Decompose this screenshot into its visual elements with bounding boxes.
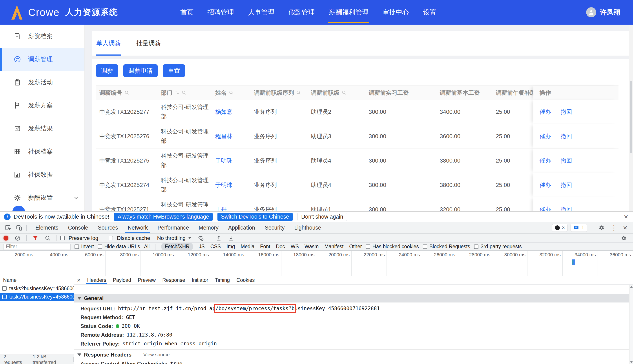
network-conditions-icon[interactable] <box>195 235 206 242</box>
inspect-element-icon[interactable] <box>3 224 14 231</box>
filter-type-font[interactable]: Font <box>260 244 270 250</box>
column-header-pre-level[interactable]: 调薪前职级 <box>307 86 365 100</box>
close-devtools-icon[interactable]: × <box>621 224 628 232</box>
filter-type-media[interactable]: Media <box>240 244 254 250</box>
tab-timing[interactable]: Timing <box>215 276 230 284</box>
filter-type-wasm[interactable]: Wasm <box>304 244 319 250</box>
preserve-log-checkbox[interactable] <box>60 236 65 240</box>
scroll-down-icon[interactable] <box>630 361 633 363</box>
network-filter-input[interactable] <box>4 244 71 250</box>
search-icon[interactable] <box>182 90 186 95</box>
tab-network[interactable]: Network <box>123 222 153 233</box>
sidebar-item-payroll-plan[interactable]: 发薪方案 <box>0 94 84 117</box>
has-blocked-cookies-checkbox[interactable] <box>366 244 370 249</box>
general-section-header[interactable]: General <box>74 294 633 302</box>
withdraw-link[interactable]: 撤回 <box>561 156 572 166</box>
match-language-button[interactable]: Always match HwBrowser's language <box>114 213 213 221</box>
filter-type-img[interactable]: Img <box>226 244 235 250</box>
third-party-requests-checkbox[interactable] <box>474 244 478 249</box>
employee-link[interactable]: 于明珠 <box>215 180 232 190</box>
filter-funnel-icon[interactable] <box>30 235 41 241</box>
filter-type-ws[interactable]: WS <box>291 244 299 250</box>
export-har-icon[interactable] <box>226 235 236 241</box>
close-details-icon[interactable]: × <box>77 277 81 284</box>
import-har-icon[interactable] <box>213 235 224 241</box>
urge-link[interactable]: 催办 <box>540 156 551 166</box>
sort-icon[interactable] <box>175 90 179 95</box>
adjust-button[interactable]: 调薪 <box>96 64 118 77</box>
tab-batch-adjust[interactable]: 批量调薪 <box>136 31 161 56</box>
adjust-apply-button[interactable]: 调薪申请 <box>123 64 158 77</box>
withdraw-link[interactable]: 撤回 <box>561 107 572 117</box>
scroll-up-icon[interactable] <box>630 286 633 288</box>
view-source-link[interactable]: View source <box>143 352 170 358</box>
request-checkbox[interactable] <box>2 294 7 299</box>
urge-link[interactable]: 催办 <box>540 205 551 211</box>
invert-checkbox[interactable] <box>75 244 79 249</box>
sidebar-item-salary-settings[interactable]: 薪酬设置 <box>0 186 84 209</box>
search-icon[interactable] <box>296 90 301 95</box>
kebab-menu-icon[interactable]: ⋮ <box>609 224 618 232</box>
scrollbar-thumb[interactable] <box>630 80 632 153</box>
column-header-pre-series[interactable]: 调薪前职级序列 <box>250 86 307 100</box>
search-network-icon[interactable] <box>43 235 53 241</box>
devtools-settings-gear-icon[interactable] <box>597 224 606 231</box>
console-errors-badge[interactable]: 3 <box>552 224 568 232</box>
throttling-dropdown[interactable]: No throttling <box>157 235 191 241</box>
tab-single-adjust[interactable]: 单人调薪 <box>96 31 121 56</box>
urge-link[interactable]: 催办 <box>540 107 551 117</box>
withdraw-link[interactable]: 撤回 <box>561 180 572 190</box>
urge-link[interactable]: 催办 <box>540 132 551 141</box>
nav-item-recruit[interactable]: 招聘管理 <box>208 0 234 24</box>
tab-application[interactable]: Application <box>223 222 260 233</box>
column-header-dept[interactable]: 部门 <box>157 86 211 100</box>
nav-item-hr[interactable]: 人事管理 <box>248 0 274 24</box>
sidebar-item-salary-archive[interactable]: 薪资档案 <box>0 24 84 48</box>
disable-cache-checkbox[interactable] <box>109 236 113 240</box>
sidebar-item-payroll-result[interactable]: 发薪结果 <box>0 117 84 140</box>
tab-performance[interactable]: Performance <box>153 222 194 233</box>
employee-link[interactable]: 王丹 <box>215 205 227 211</box>
sidebar-item-social-data[interactable]: 社保数据 <box>0 163 84 186</box>
search-icon[interactable] <box>229 90 234 95</box>
network-overview-timeline[interactable]: 2000 ms 4000 ms 6000 ms 8000 ms 10000 ms… <box>0 251 633 276</box>
dont-show-again-button[interactable]: Don't show again <box>297 213 347 221</box>
nav-item-compensation[interactable]: 薪酬福利管理 <box>329 0 369 24</box>
tab-lighthouse[interactable]: Lighthouse <box>289 222 326 233</box>
issues-badge[interactable]: 1 <box>570 224 587 232</box>
filter-type-all[interactable]: All <box>144 244 150 250</box>
nav-item-approval[interactable]: 审批中心 <box>383 0 409 24</box>
filter-type-manifest[interactable]: Manifest <box>324 244 344 250</box>
nav-item-attendance[interactable]: 假勤管理 <box>288 0 315 24</box>
nav-item-home[interactable]: 首页 <box>180 0 193 24</box>
user-area[interactable]: 许凤翔 <box>586 0 620 24</box>
tab-cookies[interactable]: Cookies <box>236 276 255 284</box>
sidebar-item-payroll-activity[interactable]: 发薪活动 <box>0 71 84 94</box>
sidebar-item-social-archive[interactable]: 社保档案 <box>0 140 84 163</box>
filter-type-other[interactable]: Other <box>349 244 362 250</box>
network-settings-gear-icon[interactable] <box>618 235 629 241</box>
hide-data-urls-checkbox[interactable] <box>98 244 102 249</box>
withdraw-link[interactable]: 撤回 <box>561 132 572 141</box>
filter-type-js[interactable]: JS <box>199 244 205 250</box>
employee-link[interactable]: 程昌林 <box>215 132 232 141</box>
tab-console[interactable]: Console <box>63 222 93 233</box>
filter-type-fetch-xhr[interactable]: Fetch/XHR <box>161 243 193 250</box>
filter-type-css[interactable]: CSS <box>210 244 221 250</box>
employee-link[interactable]: 杨如意 <box>215 107 232 117</box>
sidebar-item-salary-adjust[interactable]: 调薪管理 <box>0 48 84 71</box>
tab-payload[interactable]: Payload <box>113 276 131 284</box>
urge-link[interactable]: 催办 <box>540 180 551 190</box>
withdraw-link[interactable]: 撤回 <box>561 205 572 211</box>
page-scrollbar[interactable] <box>629 24 633 211</box>
tab-security[interactable]: Security <box>260 222 289 233</box>
device-toolbar-icon[interactable] <box>14 224 25 231</box>
search-icon[interactable] <box>124 90 129 95</box>
column-header-name[interactable]: 姓名 <box>211 86 250 100</box>
employee-link[interactable]: 于明珠 <box>215 156 232 166</box>
tab-headers[interactable]: Headers <box>87 276 106 284</box>
blocked-requests-checkbox[interactable] <box>423 244 427 249</box>
timeline-activity-marker[interactable] <box>572 260 575 265</box>
column-header-adjust-id[interactable]: 调薪编号 <box>96 86 157 100</box>
request-row-selected[interactable]: tasks?businessKey=4586600... <box>0 292 74 301</box>
